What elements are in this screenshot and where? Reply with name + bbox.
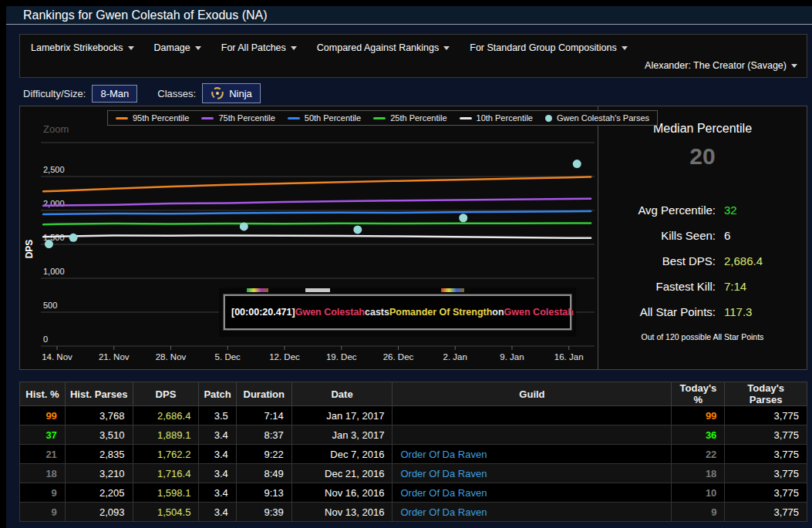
dps-link[interactable]: 1,889.1 xyxy=(157,429,190,441)
chevron-down-icon xyxy=(195,46,201,50)
dps-cell[interactable]: 1,598.1 xyxy=(133,483,199,503)
legend-line-swatch xyxy=(201,117,214,119)
col-duration[interactable]: Duration xyxy=(236,382,291,406)
legend-item[interactable]: 75th Percentile xyxy=(201,113,275,123)
menu-metric-label: Damage xyxy=(154,42,190,53)
legend-item[interactable]: Gwen Colestah's Parses xyxy=(545,113,649,123)
parse-dot[interactable] xyxy=(240,222,248,230)
col-today-parses[interactable]: Today's Parses xyxy=(725,382,807,406)
stat-all-star-points: All Star Points:117.3 xyxy=(598,305,807,318)
hist-pct-cell: 21 xyxy=(20,445,66,464)
zone-selector[interactable]: Alexander: The Creator (Savage) xyxy=(645,60,797,71)
x-tick-label: 26. Dec xyxy=(383,352,414,362)
parse-dot[interactable] xyxy=(573,160,581,168)
dps-cell[interactable]: 2,686.4 xyxy=(133,406,199,425)
dps-cell[interactable]: 1,504.5 xyxy=(133,503,199,522)
stats-summary-panel: Median Percentile 20 Avg Percentile:32 K… xyxy=(598,106,807,369)
menu-boss-selector[interactable]: Lamebrix Strikebocks xyxy=(31,42,134,53)
dps-link[interactable]: 2,686.4 xyxy=(157,410,190,422)
today-pct-cell: 9 xyxy=(672,503,725,522)
col-hist-parses[interactable]: Hist. Parses xyxy=(65,382,133,406)
hist-parses-cell: 2,093 xyxy=(65,503,133,522)
menu-patch-selector[interactable]: For All Patches xyxy=(221,42,297,53)
class-ninja-button[interactable]: Ninja xyxy=(202,83,261,103)
dps-link[interactable]: 1,762.2 xyxy=(157,449,190,460)
y-tick-label: 1,000 xyxy=(43,267,65,276)
hist-pct-cell: 9 xyxy=(20,483,66,503)
col-today-pct[interactable]: Today's % xyxy=(672,382,725,406)
legend-item[interactable]: 95th Percentile xyxy=(116,113,189,123)
stat-fastest-kill: Fastest Kill:7:14 xyxy=(598,280,807,293)
log-segment: Pomander Of Strength xyxy=(389,307,492,318)
today-parses-cell: 3,775 xyxy=(725,464,807,483)
stat-label: Avg Percentile: xyxy=(598,203,716,217)
col-date[interactable]: Date xyxy=(291,382,393,406)
guild-cell: Order Of Da Raven xyxy=(393,464,672,483)
chevron-down-icon xyxy=(443,46,450,50)
menu-composition-selector[interactable]: For Standard Group Compositions xyxy=(470,42,627,53)
log-segment: Gwen Colestah xyxy=(295,307,365,318)
dps-link[interactable]: 1,598.1 xyxy=(157,487,190,499)
percentile-line xyxy=(43,199,591,206)
today-parses-cell: 3,775 xyxy=(725,483,807,503)
parse-dot[interactable] xyxy=(45,240,53,248)
tooltip-artifact xyxy=(441,288,464,292)
dps-cell[interactable]: 1,762.2 xyxy=(133,445,199,464)
x-tick-label: 5. Dec xyxy=(215,352,241,362)
legend-item[interactable]: 10th Percentile xyxy=(460,113,533,123)
stat-avg-percentile: Avg Percentile:32 xyxy=(598,203,807,217)
x-tick-label: 12. Dec xyxy=(269,352,300,362)
difficulty-label: Difficulty/Size: xyxy=(23,88,86,99)
parse-dot[interactable] xyxy=(353,225,362,234)
dps-cell[interactable]: 1,716.4 xyxy=(133,464,199,483)
guild-link[interactable]: Order Of Da Raven xyxy=(400,449,487,460)
stat-value: 117.3 xyxy=(724,305,752,318)
guild-link[interactable]: Order Of Da Raven xyxy=(400,506,487,518)
parse-dot[interactable] xyxy=(69,234,78,242)
x-tick-label: 21. Nov xyxy=(99,352,130,362)
patch-cell: 3.4 xyxy=(199,464,236,483)
legend-label: Gwen Colestah's Parses xyxy=(557,113,649,123)
table-row: 9 2,093 1,504.5 3.4 9:39 Nov 13, 2016 Or… xyxy=(20,503,807,522)
hist-parses-cell: 2,835 xyxy=(65,445,133,464)
x-tick-label: 14. Nov xyxy=(42,352,72,362)
guild-link[interactable]: Order Of Da Raven xyxy=(400,468,487,479)
menu-compare-label: Compared Against Rankings xyxy=(317,42,439,53)
today-parses-cell: 3,775 xyxy=(725,406,807,425)
legend-label: 75th Percentile xyxy=(218,113,275,123)
duration-cell: 8:49 xyxy=(236,464,291,483)
col-patch[interactable]: Patch xyxy=(199,382,236,406)
menu-compare-selector[interactable]: Compared Against Rankings xyxy=(317,42,450,53)
menu-metric-selector[interactable]: Damage xyxy=(154,42,201,53)
percentile-line xyxy=(43,177,591,192)
dps-link[interactable]: 1,504.5 xyxy=(157,506,190,518)
guild-link[interactable]: Order Of Da Raven xyxy=(400,487,487,499)
dps-link[interactable]: 1,716.4 xyxy=(157,468,190,479)
today-pct-cell: 18 xyxy=(672,464,725,483)
parse-dot[interactable] xyxy=(459,214,467,222)
today-parses-cell: 3,775 xyxy=(725,425,807,445)
col-hist-pct[interactable]: Hist. % xyxy=(20,382,66,406)
dps-cell[interactable]: 1,889.1 xyxy=(133,425,199,445)
col-guild[interactable]: Guild xyxy=(393,382,672,406)
log-segment: casts xyxy=(365,307,389,318)
legend-item[interactable]: 25th Percentile xyxy=(373,113,446,123)
difficulty-button[interactable]: 8-Man xyxy=(92,85,137,103)
stat-best-dps: Best DPS:2,686.4 xyxy=(598,254,807,267)
percentile-line xyxy=(43,223,591,224)
col-dps[interactable]: DPS xyxy=(133,382,199,406)
chevron-down-icon xyxy=(791,64,797,68)
legend-line-swatch xyxy=(373,117,386,119)
chevron-down-icon xyxy=(291,46,297,50)
table-row: 18 3,210 1,716.4 3.4 8:49 Dec 21, 2016 O… xyxy=(20,464,807,483)
y-tick-label: 500 xyxy=(43,301,57,310)
hist-pct-cell: 18 xyxy=(20,464,66,483)
log-segment: [00:00:20.471] xyxy=(231,307,295,318)
legend-line-swatch xyxy=(116,117,128,119)
legend-line-swatch xyxy=(288,117,300,119)
menu-patch-label: For All Patches xyxy=(221,42,286,53)
y-tick-label: 2,000 xyxy=(43,199,65,208)
legend-item[interactable]: 50th Percentile xyxy=(288,113,361,123)
table-header-row: Hist. % Hist. Parses DPS Patch Duration … xyxy=(20,382,807,406)
class-ninja-label: Ninja xyxy=(229,88,252,99)
